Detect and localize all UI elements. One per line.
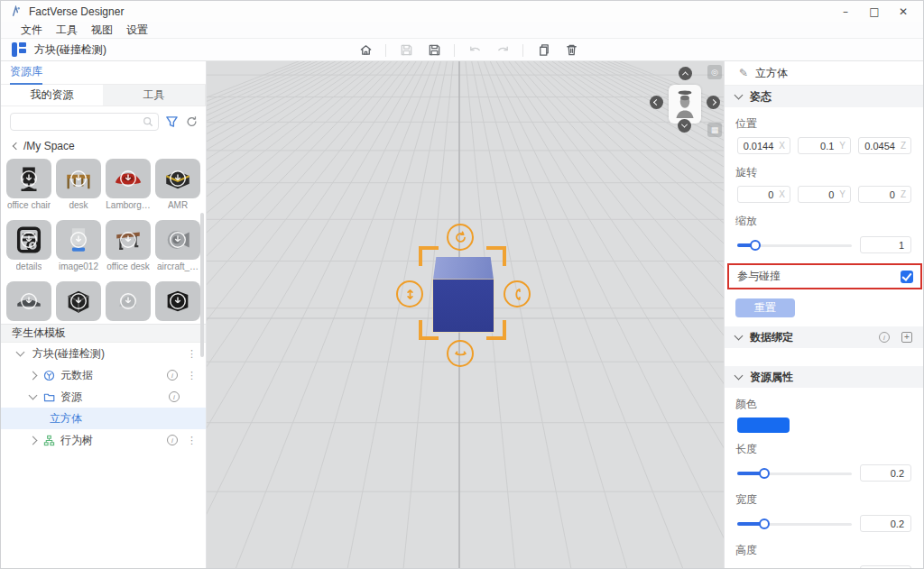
- library-title[interactable]: 资源库: [10, 64, 42, 81]
- rotation-inputs: 0X 0Y 0Z: [725, 186, 923, 205]
- edit-icon[interactable]: ✎: [739, 67, 748, 79]
- asset-row3-3[interactable]: [105, 281, 152, 324]
- asset-lamborghini[interactable]: Lamborg…: [105, 159, 152, 220]
- rotate-view-right-icon[interactable]: [650, 96, 663, 109]
- copy-icon[interactable]: [535, 42, 551, 59]
- chevron-down-icon[interactable]: [29, 391, 38, 400]
- home-icon[interactable]: [357, 42, 374, 59]
- kebab-menu-icon[interactable]: ⋮: [187, 371, 197, 381]
- redo-icon[interactable]: [494, 42, 511, 59]
- scale-slider[interactable]: [737, 240, 852, 251]
- grid-view-icon[interactable]: ▦: [707, 123, 722, 137]
- app-window: FactVerse Designer – □ ✕ 文件 工具 视图 设置 方块(…: [0, 0, 924, 569]
- tree-node-cube[interactable]: 立方体: [1, 408, 206, 429]
- asset-office-desk[interactable]: office desk: [105, 220, 152, 281]
- rotation-label: 旋转: [735, 165, 923, 180]
- info-icon[interactable]: i: [167, 435, 178, 445]
- collision-checkbox[interactable]: [901, 271, 913, 283]
- position-x-input[interactable]: 0.0144X: [737, 137, 790, 154]
- maximize-button[interactable]: □: [860, 2, 889, 22]
- position-z-input[interactable]: 0.0454Z: [858, 137, 911, 154]
- reset-button[interactable]: 重置: [735, 298, 795, 317]
- height-input[interactable]: 0.2: [860, 565, 911, 569]
- cube-top-face[interactable]: [433, 257, 494, 280]
- asset-details[interactable]: details: [5, 220, 52, 281]
- tab-my-resources[interactable]: 我的资源: [1, 85, 103, 106]
- view-orientation-cube[interactable]: [669, 85, 701, 124]
- move-vertical-icon[interactable]: [396, 280, 423, 307]
- save-icon[interactable]: [398, 42, 414, 59]
- info-icon[interactable]: i: [879, 332, 890, 343]
- orbit-horizontal-icon[interactable]: [447, 340, 474, 367]
- sidebar-scrollbar[interactable]: [200, 213, 204, 357]
- asset-row3-1[interactable]: [5, 281, 52, 324]
- download-icon: [168, 230, 188, 250]
- viewport-3d[interactable]: ◎ ▦: [207, 61, 724, 569]
- asset-aircraft[interactable]: aircraft_…: [154, 220, 201, 281]
- focus-target-icon[interactable]: ◎: [707, 65, 722, 79]
- length-input[interactable]: 0.2: [860, 464, 911, 482]
- asset-desk[interactable]: desk: [55, 159, 102, 220]
- info-icon[interactable]: i: [167, 370, 178, 381]
- kebab-menu-icon[interactable]: ⋮: [187, 349, 197, 359]
- download-icon: [69, 230, 88, 250]
- chevron-right-icon[interactable]: [29, 371, 38, 380]
- rotate-view-left-icon[interactable]: [707, 96, 720, 109]
- width-slider[interactable]: [737, 519, 852, 529]
- tree-node-resource[interactable]: 资源 i: [1, 386, 206, 408]
- asset-image012[interactable]: image012: [55, 220, 102, 281]
- orbit-vertical-icon[interactable]: [504, 280, 531, 307]
- position-y-input[interactable]: 0.1Y: [798, 137, 851, 154]
- section-pose[interactable]: 姿态: [725, 86, 923, 107]
- rotation-y-input[interactable]: 0Y: [798, 186, 851, 203]
- trash-icon[interactable]: [563, 42, 579, 59]
- inspector-title: 立方体: [755, 66, 788, 81]
- minimize-button[interactable]: –: [831, 2, 860, 22]
- breadcrumb[interactable]: /My Space: [1, 134, 206, 156]
- menu-view[interactable]: 视图: [91, 23, 113, 38]
- color-swatch[interactable]: [737, 418, 790, 433]
- tree-node-root[interactable]: 方块(碰撞检测) ⋮: [1, 343, 206, 364]
- kebab-menu-icon[interactable]: ⋮: [187, 436, 197, 445]
- tab-tools[interactable]: 工具: [103, 85, 206, 106]
- chevron-right-icon[interactable]: [29, 436, 38, 445]
- back-icon[interactable]: [13, 142, 20, 150]
- filter-icon[interactable]: [165, 115, 179, 128]
- selection-bracket: [419, 320, 439, 340]
- asset-amr[interactable]: AMR: [154, 159, 201, 220]
- position-inputs: 0.0144X 0.1Y 0.0454Z: [725, 137, 923, 156]
- scale-input[interactable]: 1: [860, 236, 911, 253]
- menu-file[interactable]: 文件: [21, 23, 42, 38]
- download-icon: [69, 291, 88, 311]
- menu-settings[interactable]: 设置: [126, 23, 148, 38]
- length-slider[interactable]: [737, 468, 852, 479]
- tree-node-metadata[interactable]: 元数据 i⋮: [1, 364, 206, 386]
- add-binding-icon[interactable]: +: [901, 332, 912, 343]
- asset-row3-2[interactable]: [55, 281, 102, 324]
- tree-node-behavior-tree[interactable]: 行为树 i⋮: [1, 429, 206, 451]
- rotate-view-up-icon[interactable]: [678, 119, 691, 133]
- rotate-view-down-icon[interactable]: [679, 67, 692, 80]
- asset-office-chair[interactable]: office chair: [5, 159, 52, 220]
- search-input[interactable]: [10, 113, 159, 131]
- folder-icon: [43, 391, 55, 403]
- chevron-down-icon[interactable]: [16, 348, 25, 357]
- cube-front-face[interactable]: [433, 280, 494, 332]
- width-input[interactable]: 0.2: [860, 515, 911, 532]
- save-as-icon[interactable]: [426, 42, 442, 59]
- rotate-icon[interactable]: [447, 224, 474, 251]
- rotation-z-input[interactable]: 0Z: [858, 186, 911, 203]
- rotation-x-input[interactable]: 0X: [737, 186, 790, 203]
- undo-icon[interactable]: [467, 42, 483, 59]
- chevron-down-icon: [735, 332, 744, 341]
- menu-tools[interactable]: 工具: [56, 23, 78, 38]
- asset-row3-4[interactable]: [154, 281, 201, 324]
- download-icon: [19, 291, 39, 311]
- selection-bracket: [486, 320, 506, 340]
- selection-bracket: [419, 246, 439, 266]
- info-icon[interactable]: i: [169, 391, 180, 402]
- section-data-binding[interactable]: 数据绑定 i +: [725, 326, 923, 348]
- close-button[interactable]: ✕: [889, 2, 918, 22]
- reset-icon[interactable]: [185, 115, 199, 128]
- section-resource-props[interactable]: 资源属性: [725, 366, 923, 388]
